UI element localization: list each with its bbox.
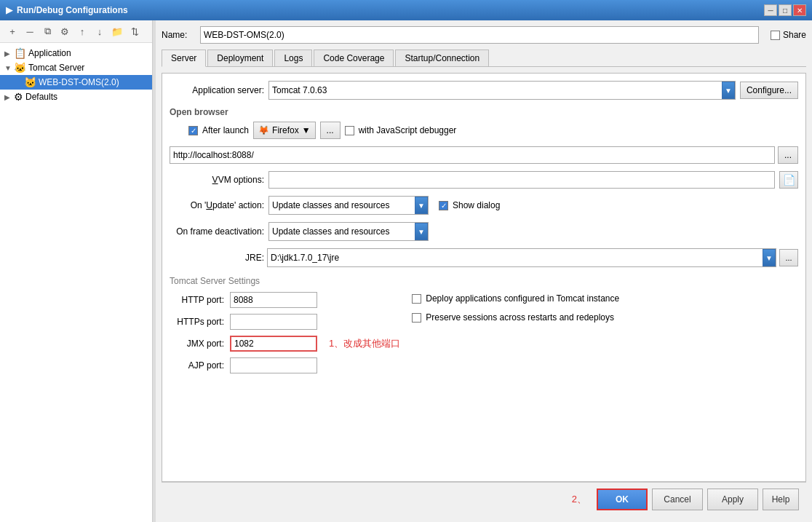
url-input[interactable] — [170, 146, 775, 164]
vm-options-more-button[interactable]: 📄 — [779, 171, 798, 189]
jmx-port-input[interactable] — [230, 336, 317, 352]
ajp-port-label: AJP port: — [170, 360, 224, 371]
http-port-input[interactable] — [230, 292, 317, 308]
app-server-label: Application server: — [170, 85, 264, 95]
ajp-port-input[interactable] — [230, 357, 317, 373]
url-more-button[interactable]: ... — [778, 146, 798, 164]
on-update-row: On 'Update' action: Update classes and r… — [170, 196, 798, 215]
ok-button[interactable]: OK — [597, 489, 648, 510]
left-panel: + ─ ⧉ ⚙ ↑ ↓ 📁 ⇅ ▶ 📋 Application ▼ 🐱 Tomc… — [0, 20, 153, 522]
tab-startup[interactable]: Startup/Connection — [395, 50, 489, 66]
jre-select-container: D:\jdk1.7.0_17\jre ▼ — [267, 248, 776, 267]
right-panel: Name: Share Server Deployment Logs Code … — [156, 20, 812, 522]
close-button[interactable]: ✕ — [793, 4, 806, 16]
vm-options-label-rest: VM options: — [218, 175, 264, 185]
sidebar-item-web-dst-oms[interactable]: 🐱 WEB-DST-OMS(2.0) — [0, 75, 152, 90]
apply-button[interactable]: Apply — [707, 489, 758, 510]
preserve-sessions-row: Preserve sessions across restarts and re… — [412, 312, 619, 323]
jre-row: JRE: D:\jdk1.7.0_17\jre ▼ ... — [170, 248, 798, 267]
show-dialog-label: Show dialog — [453, 200, 500, 210]
move-down-button[interactable]: ↓ — [92, 23, 108, 39]
sidebar-item-defaults[interactable]: ▶ ⚙ Defaults — [0, 90, 152, 104]
tomcat-settings-title: Tomcat Server Settings — [170, 276, 798, 286]
settings-button[interactable]: ⚙ — [57, 23, 73, 39]
title-bar-title: Run/Debug Configurations — [17, 5, 128, 15]
sidebar-item-tomcat[interactable]: ▼ 🐱 Tomcat Server — [0, 60, 152, 75]
sidebar-item-application[interactable]: ▶ 📋 Application — [0, 46, 152, 60]
deploy-tomcat-label: Deploy applications configured in Tomcat… — [426, 293, 619, 304]
browser-select-button[interactable]: 🦊 Firefox ▼ — [253, 122, 316, 139]
show-dialog-checkbox[interactable] — [439, 201, 448, 210]
on-update-select-container: Update classes and resources ▼ — [268, 196, 429, 215]
tab-bar: Server Deployment Logs Code Coverage Sta… — [162, 50, 806, 67]
copy-config-button[interactable]: ⧉ — [39, 23, 55, 39]
name-input[interactable] — [200, 26, 759, 44]
name-label: Name: — [162, 30, 194, 40]
http-port-row: HTTP port: — [170, 292, 400, 308]
on-frame-value[interactable]: Update classes and resources — [269, 223, 415, 240]
after-launch-checkbox[interactable] — [188, 126, 198, 135]
app-server-dropdown-arrow[interactable]: ▼ — [722, 82, 735, 99]
sidebar-item-label-web-dst: WEB-DST-OMS(2.0) — [39, 77, 119, 87]
tab-deployment[interactable]: Deployment — [207, 50, 273, 66]
tab-logs[interactable]: Logs — [274, 50, 312, 66]
browser-dropdown-arrow: ▼ — [302, 125, 311, 135]
browser-more-button[interactable]: ... — [320, 122, 341, 139]
toolbar: + ─ ⧉ ⚙ ↑ ↓ 📁 ⇅ — [0, 20, 152, 43]
add-config-button[interactable]: + — [4, 23, 20, 39]
minimize-button[interactable]: ─ — [764, 4, 777, 16]
browser-label: Firefox — [272, 125, 299, 135]
app-server-row: Application server: Tomcat 7.0.63 ▼ Conf… — [170, 81, 798, 100]
expand-arrow-defaults: ▶ — [4, 93, 12, 101]
open-browser-section: Open browser After launch 🦊 Firefox ▼ ..… — [170, 107, 798, 139]
help-button[interactable]: Help — [763, 489, 799, 510]
sidebar-item-label-tomcat: Tomcat Server — [28, 63, 84, 73]
ports-column: HTTP port: HTTPs port: JMX port: 1、改成其他端… — [170, 292, 400, 379]
on-frame-select-container: Update classes and resources ▼ — [268, 222, 429, 241]
on-frame-dropdown-arrow[interactable]: ▼ — [415, 223, 428, 240]
https-port-label: HTTPs port: — [170, 317, 224, 327]
title-bar: ▶ Run/Debug Configurations ─ □ ✕ — [0, 0, 812, 20]
js-debugger-checkbox[interactable] — [345, 126, 354, 135]
cancel-button[interactable]: Cancel — [652, 489, 703, 510]
tab-server[interactable]: Server — [162, 50, 206, 67]
tab-code-coverage[interactable]: Code Coverage — [314, 50, 394, 66]
open-browser-label: Open browser — [170, 107, 798, 117]
web-dst-icon: 🐱 — [24, 76, 36, 88]
sort-button[interactable]: ⇅ — [127, 23, 143, 39]
jmx-port-label: JMX port: — [170, 339, 224, 349]
after-launch-label: After launch — [202, 125, 249, 135]
https-port-input[interactable] — [230, 314, 317, 330]
bottom-bar: 2、 OK Cancel Apply Help — [162, 482, 806, 516]
jre-dropdown-arrow[interactable]: ▼ — [763, 249, 776, 266]
vm-options-label: VVM options: — [170, 175, 264, 185]
https-port-row: HTTPs port: — [170, 314, 400, 330]
maximize-button[interactable]: □ — [779, 4, 792, 16]
deploy-tomcat-checkbox[interactable] — [412, 294, 421, 304]
jmx-port-row: JMX port: 1、改成其他端口 — [170, 336, 400, 352]
folder-button[interactable]: 📁 — [109, 23, 125, 39]
on-frame-label: On frame deactivation: — [170, 226, 264, 237]
sidebar-item-label-defaults: Defaults — [25, 92, 57, 102]
on-update-dropdown-arrow[interactable]: ▼ — [415, 197, 428, 214]
annotation-2: 2、 — [572, 493, 586, 506]
remove-config-button[interactable]: ─ — [22, 23, 38, 39]
open-browser-row: After launch 🦊 Firefox ▼ ... with JavaSc… — [170, 122, 798, 139]
js-debugger-label: with JavaScript debugger — [359, 125, 457, 135]
name-row: Name: Share — [162, 26, 806, 44]
preserve-sessions-label: Preserve sessions across restarts and re… — [426, 312, 614, 323]
vm-options-input[interactable] — [268, 171, 775, 189]
application-icon: 📋 — [14, 47, 26, 59]
options-column: Deploy applications configured in Tomcat… — [412, 292, 619, 379]
share-checkbox[interactable] — [771, 31, 780, 40]
app-server-value[interactable]: Tomcat 7.0.63 — [269, 82, 722, 99]
vm-options-row: VVM options: 📄 — [170, 171, 798, 189]
configure-button[interactable]: Configure... — [740, 82, 798, 99]
move-up-button[interactable]: ↑ — [74, 23, 90, 39]
jre-more-button[interactable]: ... — [779, 249, 798, 266]
jre-value[interactable]: D:\jdk1.7.0_17\jre — [268, 249, 763, 266]
on-update-value[interactable]: Update classes and resources — [269, 197, 415, 214]
on-frame-row: On frame deactivation: Update classes an… — [170, 222, 798, 241]
share-label: Share — [783, 30, 806, 40]
preserve-sessions-checkbox[interactable] — [412, 313, 421, 323]
